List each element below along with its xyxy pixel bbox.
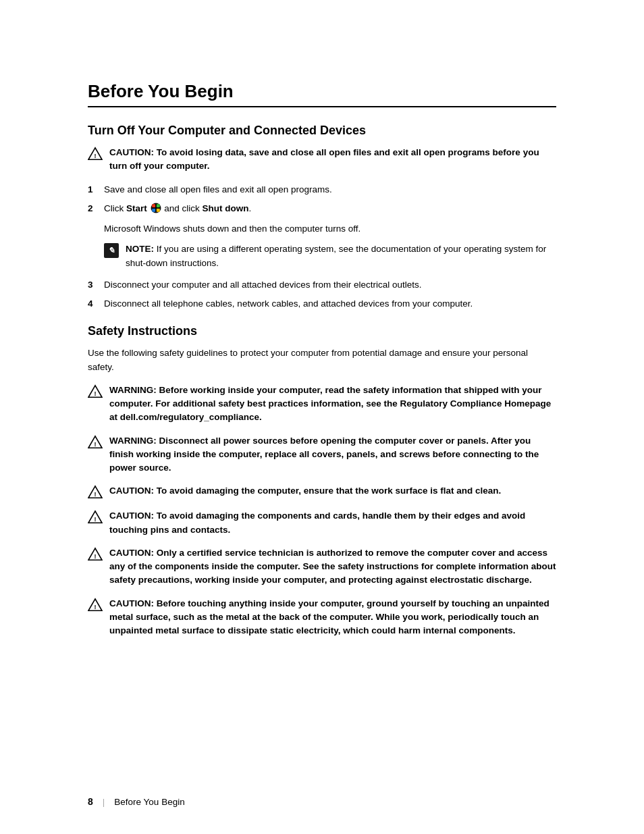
step-2: 2 Click Start and click Shut down. [88, 202, 556, 215]
step-4-num: 4 [88, 297, 104, 311]
step-3-num: 3 [88, 278, 104, 292]
svg-text:!: ! [94, 516, 96, 523]
caution-text-2: CAUTION: To avoid damaging the computer,… [109, 484, 556, 498]
title-rule [88, 106, 556, 107]
svg-text:!: ! [94, 552, 96, 559]
shutdown-note: Microsoft Windows shuts down and then th… [104, 222, 556, 236]
note-text: NOTE: If you are using a different opera… [126, 242, 556, 270]
svg-text:!: ! [94, 440, 96, 447]
caution-icon-5: ! [88, 598, 103, 613]
caution-block-4: ! CAUTION: Only a certified service tech… [88, 546, 556, 588]
caution-icon-3: ! [88, 510, 103, 525]
section2-description: Use the following safety guidelines to p… [88, 346, 556, 374]
svg-text:!: ! [94, 153, 96, 159]
footer-label: Before You Begin [114, 797, 184, 807]
page-title: Before You Begin [88, 81, 556, 102]
caution-text-5: CAUTION: Before touching anything inside… [109, 597, 556, 638]
note-icon: ✎ [104, 243, 119, 258]
step-4: 4 Disconnect all telephone cables, netwo… [88, 297, 556, 311]
section1-title: Turn Off Your Computer and Connected Dev… [88, 124, 556, 138]
caution-text-4: CAUTION: Only a certified service techni… [109, 546, 556, 588]
steps-list-2: 3 Disconnect your computer and all attac… [88, 278, 556, 311]
caution-block-2: ! CAUTION: To avoid damaging the compute… [88, 484, 556, 500]
caution-icon-4: ! [88, 547, 103, 562]
caution-text-1: CAUTION: To avoid losing data, save and … [109, 146, 556, 174]
step-1: 1 Save and close all open files and exit… [88, 183, 556, 197]
step-2-start: Start [126, 203, 147, 213]
svg-rect-5 [156, 209, 159, 212]
warning-block-2: ! WARNING: Disconnect all power sources … [88, 434, 556, 475]
footer-separator: | [103, 797, 105, 807]
svg-rect-4 [152, 209, 155, 212]
svg-text:!: ! [94, 491, 96, 498]
step-1-num: 1 [88, 183, 104, 197]
footer-page-number: 8 [88, 796, 93, 807]
svg-text:!: ! [94, 603, 96, 610]
step-1-text: Save and close all open files and exit a… [104, 183, 556, 197]
svg-text:!: ! [94, 390, 96, 396]
caution-icon-2: ! [88, 485, 103, 500]
step-2-text: Click Start and click Shut down. [104, 202, 556, 215]
warning-block-1: ! WARNING: Before working inside your co… [88, 384, 556, 425]
caution-block-3: ! CAUTION: To avoid damaging the compone… [88, 509, 556, 537]
caution-text-3: CAUTION: To avoid damaging the component… [109, 509, 556, 537]
step-3: 3 Disconnect your computer and all attac… [88, 278, 556, 292]
warning-icon-2: ! [88, 435, 103, 450]
step-3-text: Disconnect your computer and all attache… [104, 278, 556, 292]
page-footer: 8 | Before You Begin [88, 796, 556, 807]
svg-rect-2 [152, 204, 155, 207]
caution-icon-1: ! [88, 147, 103, 161]
step-4-text: Disconnect all telephone cables, network… [104, 297, 556, 311]
warning-icon-1: ! [88, 384, 103, 399]
caution-block-1: ! CAUTION: To avoid losing data, save an… [88, 146, 556, 174]
note-icon-symbol: ✎ [108, 246, 115, 255]
step-2-shutdown: Shut down [203, 203, 249, 213]
windows-icon [151, 203, 161, 213]
warning-text-2: WARNING: Disconnect all power sources be… [109, 434, 556, 475]
note-block: ✎ NOTE: If you are using a different ope… [104, 242, 556, 270]
section2-title: Safety Instructions [88, 324, 556, 338]
step-2-num: 2 [88, 202, 104, 215]
caution-block-5: ! CAUTION: Before touching anything insi… [88, 597, 556, 638]
note-label: NOTE: [126, 244, 154, 254]
note-body: If you are using a different operating s… [126, 244, 546, 267]
steps-list: 1 Save and close all open files and exit… [88, 183, 556, 216]
warning-text-1: WARNING: Before working inside your comp… [109, 384, 556, 425]
svg-rect-3 [156, 204, 159, 207]
